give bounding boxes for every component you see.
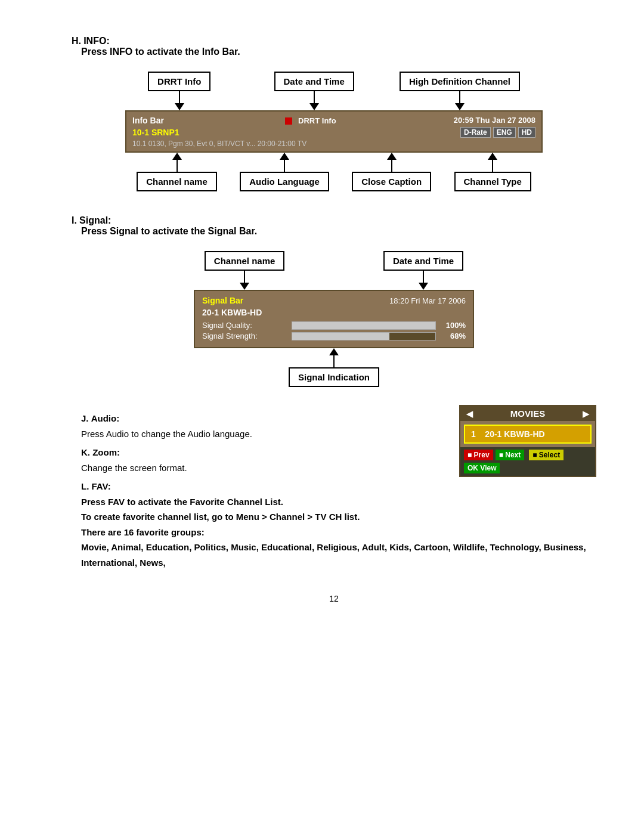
hd-badge: HD [518,127,535,138]
audio-language-label-group: Audio Language [240,153,329,191]
info-bar-badges: D-Rate ENG HD [460,127,535,138]
channel-name-label-group: Channel name [137,153,217,191]
movies-prev-arrow: ◀ [466,409,473,419]
channel-type-label: Channel Type [454,172,531,191]
channel-name-label: Channel name [137,172,217,191]
hd-channel-label: High Definition Channel [400,72,520,91]
movies-view-btn[interactable]: OK View [464,463,500,473]
page-number: 12 [72,594,596,603]
section-j-letter: J. [81,413,89,423]
movies-prev-label: Prev [474,451,490,459]
info-bar-mockup: Info Bar DRRT Info 20:59 Thu Jan 27 2008… [125,110,543,153]
drate-badge: D-Rate [460,127,491,138]
movies-title: MOVIES [510,408,545,419]
channel-type-label-group: Channel Type [454,153,531,191]
movies-header: ◀ MOVIES ▶ [460,406,595,421]
signal-strength-fill [292,333,389,340]
movies-item: 1 20-1 KBWB-HD [464,425,592,444]
section-j-title: Audio: [91,413,119,423]
drrt-info-label-group: DRRT Info [148,72,210,110]
info-bar-title: Info Bar [132,116,164,125]
signal-strength-label: Signal Strength: [202,332,286,340]
audio-language-label: Audio Language [240,172,329,191]
signal-quality-bar [292,321,436,330]
section-l-line0: Press FAV to activate the Favorite Chann… [81,497,283,507]
red-square-icon [285,117,292,125]
movies-next-btn[interactable]: ■ Next [496,450,525,460]
hd-channel-label-group: High Definition Channel [400,72,520,110]
signal-channel-name-label: Channel name [205,251,285,271]
section-h-title: INFO: [83,36,110,46]
movies-select-btn[interactable]: ■ Select [529,450,564,460]
signal-bar-diagram: Channel name Date and Time Signal Bar 18… [131,251,537,387]
signal-indication-label-group: Signal Indication [289,348,379,387]
signal-strength-percent: 68% [442,332,466,340]
info-bar-diagram: DRRT Info Date and Time High Definition … [125,72,543,191]
signal-date-time-label: Date and Time [383,251,463,271]
date-time-label-group-top: Date and Time [274,72,354,110]
signal-channel-name-label-group: Channel name [205,251,285,290]
info-bar-time: 20:59 Thu Jan 27 2008 [454,116,535,125]
section-k-title: Zoom: [92,447,120,457]
drrt-info-label: DRRT Info [148,72,210,91]
movies-panel: ◀ MOVIES ▶ 1 20-1 KBWB-HD ■ Prev ■ Next [459,405,596,477]
movies-item-channel: 20-1 KBWB-HD [485,429,544,439]
movies-view-label: View [480,464,496,472]
section-l-letter: L. [81,481,89,491]
section-l-title: FAV: [92,481,111,491]
date-time-label-top: Date and Time [274,72,354,91]
section-i-subtitle: Press Signal to activate the Signal Bar. [81,226,596,237]
signal-date-time-label-group: Date and Time [383,251,463,290]
movies-prev-btn[interactable]: ■ Prev [464,450,493,460]
section-i-letter: I. [72,215,77,225]
signal-quality-fill [292,322,435,329]
movies-next-arrow: ▶ [583,409,589,419]
info-bar-channel: 10-1 SRNP1 [132,128,179,137]
signal-indication-label: Signal Indication [289,367,379,387]
signal-bar-time: 18:20 Fri Mar 17 2006 [389,296,466,305]
close-caption-label: Close Caption [352,172,431,191]
eng-badge: ENG [493,127,516,138]
signal-strength-bar [292,332,436,340]
signal-channel-text: 20-1 KBWB-HD [202,308,466,317]
red-dot-icon: ■ [467,451,472,459]
signal-bar-title: Signal Bar [202,296,243,305]
signal-quality-label: Signal Quality: [202,321,286,330]
signal-bar-mockup: Signal Bar 18:20 Fri Mar 17 2006 20-1 KB… [194,290,474,348]
movies-select-label: Select [539,451,560,459]
green-dot-icon: ■ [499,451,503,459]
yellow-dot-icon: ■ [532,451,537,459]
section-i-title: Signal: [79,215,111,225]
section-h-subtitle: Press INFO to activate the Info Bar. [81,47,596,57]
close-caption-label-group: Close Caption [352,153,431,191]
section-h-letter: H. [72,36,81,46]
ok-icon: OK [467,464,478,472]
info-bar-row3: 10.1 0130, Pgm 30, Evt 0, BIT/VCT v... 2… [132,140,535,148]
section-l-line1: To create favorite channel list, go to M… [81,512,360,522]
section-l-line3: Movie, Animal, Education, Politics, Musi… [81,542,586,568]
section-l-line2: There are 16 favorite groups: [81,527,205,537]
info-bar-drrt-text: DRRT Info [298,116,336,125]
section-k-letter: K. [81,447,90,457]
movies-next-label: Next [505,451,521,459]
movies-footer: ■ Prev ■ Next ■ Select OK View [460,447,595,476]
signal-quality-percent: 100% [442,321,466,330]
movies-item-num: 1 [471,429,476,439]
